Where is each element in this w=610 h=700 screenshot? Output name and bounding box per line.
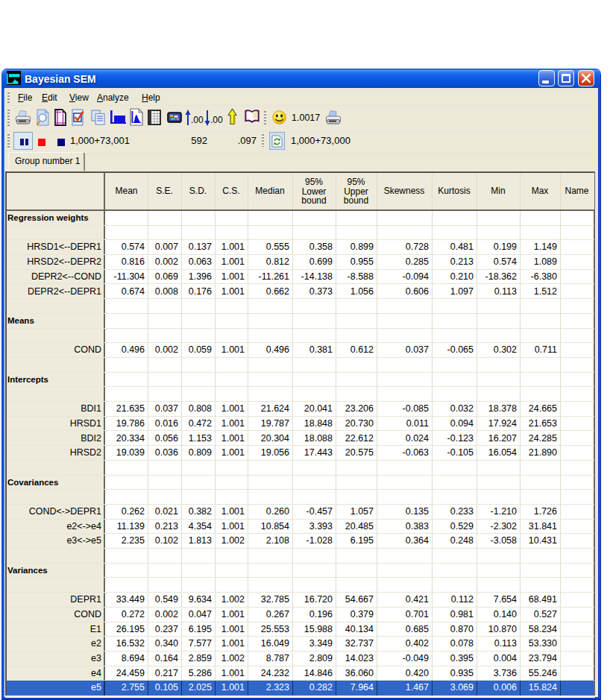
svg-text:.00: .00 <box>210 115 223 125</box>
svg-text:.00: .00 <box>191 115 204 125</box>
